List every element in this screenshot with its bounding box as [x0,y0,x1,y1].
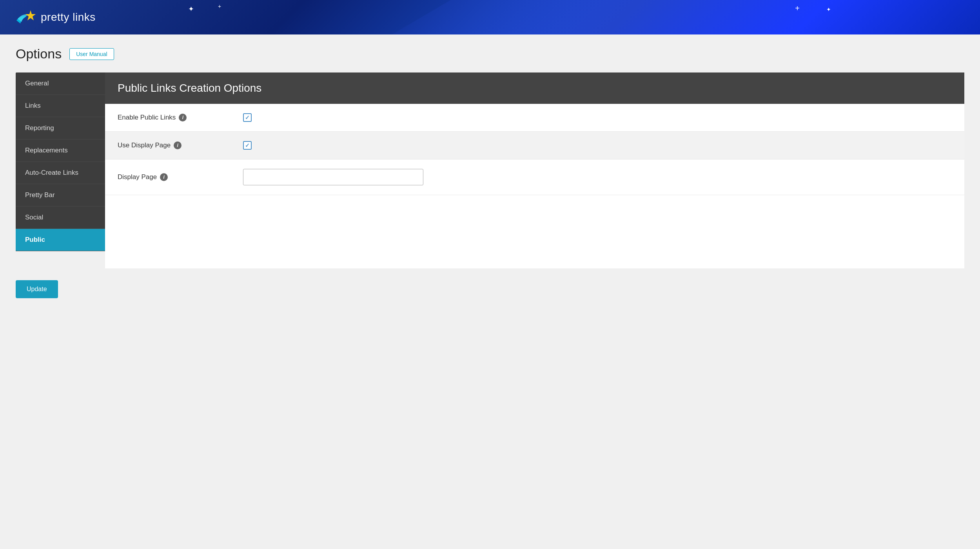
app-header: pretty links ✦ + + ✦ [0,0,980,34]
logo: pretty links [16,9,96,25]
update-button[interactable]: Update [16,280,58,298]
sidebar: General Links Reporting Replacements Aut… [16,72,105,251]
enable-public-links-info-icon[interactable]: i [179,114,187,121]
logo-text: pretty links [41,11,96,24]
enable-public-links-checkbox[interactable] [243,113,252,122]
content-body: Enable Public Links i Use Display Page i [105,104,964,195]
sidebar-item-social[interactable]: Social [16,207,105,229]
page-title: Options [16,46,62,62]
deco-star-2: + [218,3,221,9]
use-display-page-checkbox[interactable] [243,141,252,150]
deco-star-3: + [795,4,800,13]
use-display-page-label: Use Display Page i [118,141,243,149]
sidebar-item-replacements[interactable]: Replacements [16,140,105,162]
form-row-display-page: Display Page i [105,159,964,195]
sidebar-item-reporting[interactable]: Reporting [16,117,105,140]
enable-public-links-control [243,113,952,122]
sidebar-item-auto-create-links[interactable]: Auto-Create Links [16,162,105,184]
form-row-use-display-page: Use Display Page i [105,132,964,159]
content-header: Public Links Creation Options [105,72,964,104]
main-content: General Links Reporting Replacements Aut… [16,72,964,268]
display-page-input[interactable] [243,169,423,185]
display-page-control [243,169,952,185]
sidebar-item-general[interactable]: General [16,72,105,95]
sidebar-item-links[interactable]: Links [16,95,105,117]
sidebar-item-public[interactable]: Public [16,229,105,251]
display-page-label: Display Page i [118,173,243,181]
page-wrapper: Options User Manual General Links Report… [0,34,980,310]
display-page-info-icon[interactable]: i [160,173,168,181]
deco-star-4: ✦ [826,6,831,13]
content-panel-title: Public Links Creation Options [118,82,952,94]
sidebar-item-pretty-bar[interactable]: Pretty Bar [16,184,105,207]
use-display-page-info-icon[interactable]: i [174,141,181,149]
page-title-row: Options User Manual [16,46,964,62]
user-manual-button[interactable]: User Manual [69,48,114,60]
logo-icon [16,9,36,25]
deco-star-1: ✦ [188,5,194,13]
form-row-enable-public-links: Enable Public Links i [105,104,964,132]
use-display-page-control [243,141,952,150]
content-panel: Public Links Creation Options Enable Pub… [105,72,964,268]
enable-public-links-label: Enable Public Links i [118,114,243,121]
